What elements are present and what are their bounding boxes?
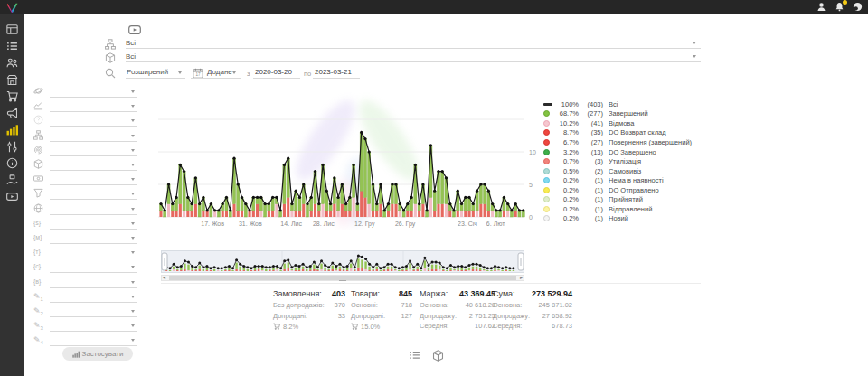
scrollbar-thumb[interactable] [169, 276, 516, 280]
profile-icon[interactable] [816, 2, 826, 12]
sidebar-item-donate-icon[interactable] [6, 174, 18, 186]
product-filter-value[interactable]: Всі [126, 52, 136, 61]
filter-field-т[interactable] [50, 258, 137, 258]
filter-field-trend[interactable] [50, 111, 137, 112]
sidebar-item-dashboard-icon[interactable] [6, 24, 18, 35]
filter-field-с[interactable] [50, 272, 137, 273]
legend-swatch-icon [543, 120, 550, 127]
legend-percent: 8.7% [553, 128, 579, 136]
legend-item-6[interactable]: 0.7%(3)Утилізація [543, 156, 692, 166]
svg-text:17: 17 [195, 72, 201, 77]
filter-field-funnel[interactable] [50, 199, 137, 200]
filter-funnel-icon [33, 188, 44, 199]
video-tutorial-icon[interactable] [125, 24, 146, 36]
product-filter-field[interactable] [126, 61, 701, 62]
search-mode-caret-icon [178, 71, 182, 74]
product-filter-caret-icon [693, 55, 696, 58]
legend-item-1[interactable]: 68.7%(277)Завершений [543, 109, 692, 119]
sidebar-item-megaphone-icon[interactable] [6, 108, 18, 119]
date-from-label: з [247, 70, 250, 78]
notifications-icon[interactable] [835, 2, 844, 12]
chart-scrollbar[interactable]: ◂ ▸ [161, 275, 524, 281]
filter-field-banknote[interactable] [50, 184, 137, 185]
chart-minimap-brush[interactable] [161, 250, 524, 273]
filter-field-в[interactable] [50, 287, 137, 288]
legend-count: (35) [579, 128, 603, 136]
legend-swatch-icon [543, 103, 552, 106]
legend-percent: 0.2% [553, 205, 579, 213]
brand-logo-icon[interactable] [6, 1, 19, 13]
filter-с-icon: {с} [33, 261, 44, 272]
filter-field-pencil3[interactable] [50, 331, 137, 332]
sidebar-item-users-icon[interactable] [6, 57, 18, 69]
status-filter-field[interactable] [126, 48, 701, 49]
sidebar-item-info-icon[interactable] [6, 157, 18, 169]
orders-chart[interactable]: 105017. Жов31. Жов14. Лис28. Лис12. Гру2… [158, 90, 538, 230]
legend-percent: 10.2% [553, 119, 579, 127]
sidebar-item-store-icon[interactable] [6, 74, 18, 86]
product-icon [105, 52, 116, 63]
view-toggle-products-icon[interactable] [432, 349, 444, 361]
filter-field-globe[interactable] [50, 214, 137, 215]
date-to-input[interactable]: 2023-03-21 [315, 68, 352, 76]
stats-title: Товари:845 [351, 289, 412, 301]
filter-caret-icon [131, 339, 135, 342]
legend-swatch-icon [543, 177, 550, 183]
filter-trend-icon [33, 100, 44, 111]
filter-field-fingerprint[interactable] [50, 155, 137, 156]
filter-field-planet[interactable] [50, 97, 137, 98]
cart-icon [351, 323, 358, 332]
legend-item-0[interactable]: 100%(403)Всі [543, 99, 692, 109]
legend-count: (403) [579, 100, 603, 108]
legend-item-11[interactable]: 0.2%(1)Відправлений [543, 204, 692, 214]
sidebar [0, 14, 24, 376]
filter-field-м[interactable] [50, 243, 137, 244]
view-toggle-list-icon[interactable] [409, 349, 420, 361]
date-field-select[interactable]: Додане [207, 68, 232, 76]
legend-swatch-icon [543, 139, 550, 146]
legend-item-7[interactable]: 0.5%(2)Самовивіз [543, 166, 692, 176]
legend-count: (13) [579, 148, 603, 156]
sidebar-item-analytics-icon[interactable] [6, 124, 18, 136]
legend-item-9[interactable]: 0.2%(1)DO Отправлено [543, 185, 692, 195]
legend-label: Завершений [609, 109, 648, 118]
date-from-underline [253, 78, 300, 79]
legend-item-5[interactable]: 3.2%(13)DO Завершено [543, 147, 692, 157]
svg-text:28. Лис: 28. Лис [313, 221, 335, 227]
filter-field-package[interactable] [50, 170, 137, 171]
sidebar-item-cart-icon[interactable] [6, 90, 18, 102]
legend-item-12[interactable]: 0.2%(1)Новий [543, 214, 692, 224]
apply-button[interactable]: Застосувати [62, 347, 133, 361]
sidebar-item-video-icon[interactable] [6, 191, 18, 202]
scroll-left-icon[interactable]: ◂ [163, 275, 165, 281]
filter-field-sitemap[interactable] [50, 141, 137, 142]
legend-swatch-icon [543, 206, 550, 212]
svg-text:12. Гру: 12. Гру [354, 221, 375, 228]
legend-item-2[interactable]: 10.2%(41)Відмова [543, 118, 692, 128]
legend-item-3[interactable]: 8.7%(35)DO Возврат склад [543, 128, 692, 138]
filter-caret-icon [131, 237, 135, 240]
legend-item-8[interactable]: 0.2%(1)Нема в наявності [543, 175, 692, 185]
search-icon[interactable] [105, 68, 116, 79]
legend-item-10[interactable]: 0.2%(1)Прийнятий [543, 194, 692, 204]
filter-field-question[interactable] [50, 126, 137, 127]
scroll-right-icon[interactable]: ▸ [520, 275, 523, 281]
filter-caret-icon [131, 135, 135, 137]
filter-field-pencil1[interactable] [50, 302, 137, 303]
filter-field-pencil2[interactable] [50, 316, 137, 317]
filter-globe-icon [33, 203, 44, 214]
date-from-input[interactable]: 2020-03-20 [255, 68, 292, 76]
sidebar-item-orders-list-icon[interactable] [6, 41, 18, 52]
search-mode-select[interactable]: Розширений [127, 68, 168, 76]
svg-text:10: 10 [529, 149, 536, 155]
date-field-caret-icon [232, 71, 236, 74]
stats-column-0: Замовлення:403Без допродажів:370Допродан… [273, 289, 345, 333]
legend-item-4[interactable]: 6.7%(27)Повернення (завершений) [543, 137, 692, 147]
filter-field-s[interactable] [50, 229, 137, 230]
legend-swatch-icon [543, 158, 550, 164]
sidebar-item-settings-sliders-icon[interactable] [6, 141, 18, 153]
stats-subrow: Основна:245 871.02 [493, 301, 572, 312]
account-icon[interactable] [853, 2, 863, 12]
stats-subrow: Допродажу:27 658.92 [493, 312, 572, 323]
status-filter-value[interactable]: Всі [126, 39, 136, 47]
